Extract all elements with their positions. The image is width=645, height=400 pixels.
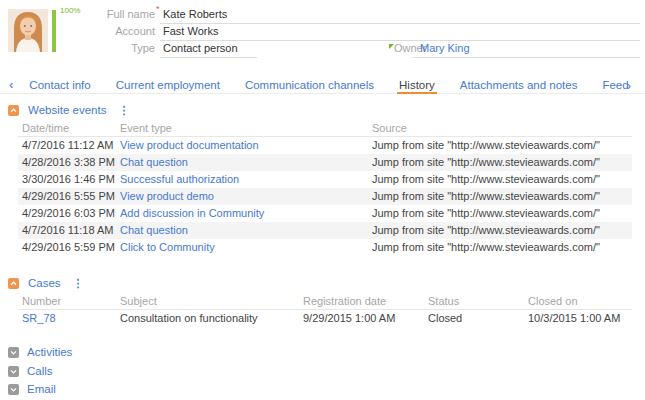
collapse-section-icon[interactable] <box>8 278 19 289</box>
tab-contact-info[interactable]: Contact info <box>27 78 92 93</box>
email-title[interactable]: Email <box>27 383 56 395</box>
section-menu-dots-icon[interactable]: ⋮ <box>73 278 84 289</box>
cell-event-type-link[interactable]: Chat question <box>116 222 368 239</box>
col-header-number[interactable]: Number <box>18 295 116 309</box>
col-header-datetime[interactable]: Date/time <box>18 122 116 136</box>
tab-bar: ‹ Contact info Current employment Commun… <box>0 78 645 94</box>
cases-title[interactable]: Cases <box>28 277 61 289</box>
cell-closed-on: 10/3/2015 1:00 AM <box>524 310 632 327</box>
type-field[interactable]: Contact person <box>163 42 238 54</box>
cell-event-type-link[interactable]: Chat question <box>116 154 368 171</box>
website-events-section-header: Website events ⋮ <box>8 104 129 116</box>
cell-event-type-link[interactable]: View product documentation <box>116 137 368 154</box>
cell-source: Jump from site "http://www.stevieawards.… <box>368 222 632 239</box>
email-section-header[interactable]: Email <box>8 383 56 395</box>
website-events-title[interactable]: Website events <box>28 104 106 116</box>
collapse-section-icon[interactable] <box>8 105 19 116</box>
cell-datetime: 4/29/2016 6:03 PM <box>18 205 116 222</box>
table-row[interactable]: 4/7/2016 11:18 AM Chat question Jump fro… <box>18 222 632 239</box>
type-label: Type <box>35 42 155 54</box>
cases-table: Number Subject Registration date Status … <box>18 295 632 327</box>
required-asterisk: * <box>156 4 160 14</box>
cell-registration-date: 9/29/2015 1:00 AM <box>299 310 424 327</box>
cell-source: Jump from site "http://www.stevieawards.… <box>368 171 632 188</box>
cell-datetime: 4/29/2016 5:55 PM <box>18 188 116 205</box>
tab-history[interactable]: History <box>397 78 437 94</box>
account-field[interactable]: Fast Works <box>163 25 218 37</box>
table-row[interactable]: 4/29/2016 5:59 PM Click to Community Jum… <box>18 239 632 256</box>
activities-title[interactable]: Activities <box>27 346 72 358</box>
table-row[interactable]: 4/29/2016 5:55 PM View product demo Jump… <box>18 188 632 205</box>
cell-event-type-link[interactable]: View product demo <box>116 188 368 205</box>
cell-datetime: 3/30/2016 1:46 PM <box>18 171 116 188</box>
calls-section-header[interactable]: Calls <box>8 365 53 377</box>
cell-source: Jump from site "http://www.stevieawards.… <box>368 205 632 222</box>
cell-status: Closed <box>424 310 524 327</box>
table-row[interactable]: SR_78 Consultation on functionality 9/29… <box>18 310 632 327</box>
col-header-source[interactable]: Source <box>368 122 632 136</box>
website-events-header-row: Date/time Event type Source <box>18 122 632 137</box>
cell-datetime: 4/29/2016 5:59 PM <box>18 239 116 256</box>
col-header-closed-on[interactable]: Closed on <box>524 295 632 309</box>
cell-case-number-link[interactable]: SR_78 <box>18 310 116 327</box>
tab-communication-channels[interactable]: Communication channels <box>243 78 376 93</box>
account-underline <box>160 40 640 41</box>
expand-section-icon[interactable] <box>8 384 19 395</box>
full-name-underline <box>160 23 640 24</box>
cell-source: Jump from site "http://www.stevieawards.… <box>368 154 632 171</box>
cell-datetime: 4/7/2016 11:18 AM <box>18 222 116 239</box>
cell-source: Jump from site "http://www.stevieawards.… <box>368 137 632 154</box>
col-header-subject[interactable]: Subject <box>116 295 299 309</box>
expand-section-icon[interactable] <box>8 347 19 358</box>
cell-source: Jump from site "http://www.stevieawards.… <box>368 239 632 256</box>
calls-title[interactable]: Calls <box>27 365 53 377</box>
table-row[interactable]: 4/7/2016 11:12 AM View product documenta… <box>18 137 632 154</box>
type-underline <box>160 57 257 58</box>
cell-datetime: 4/7/2016 11:12 AM <box>18 137 116 154</box>
table-row[interactable]: 3/30/2016 1:46 PM Successful authorizati… <box>18 171 632 188</box>
table-row[interactable]: 4/29/2016 6:03 PM Add discussion in Comm… <box>18 205 632 222</box>
table-row[interactable]: 4/28/2016 3:38 PM Chat question Jump fro… <box>18 154 632 171</box>
cell-subject: Consultation on functionality <box>116 310 299 327</box>
cell-event-type-link[interactable]: Click to Community <box>116 239 368 256</box>
owner-underline <box>413 57 640 58</box>
website-events-table: Date/time Event type Source 4/7/2016 11:… <box>18 122 632 256</box>
full-name-field[interactable]: Kate Roberts <box>163 8 227 20</box>
activities-section-header[interactable]: Activities <box>8 346 72 358</box>
col-header-registration-date[interactable]: Registration date <box>299 295 424 309</box>
cell-datetime: 4/28/2016 3:38 PM <box>18 154 116 171</box>
cell-event-type-link[interactable]: Add discussion in Community <box>116 205 368 222</box>
tab-current-employment[interactable]: Current employment <box>114 78 222 93</box>
cases-section-header: Cases ⋮ <box>8 277 84 289</box>
owner-field[interactable]: Mary King <box>420 42 470 54</box>
tabs-scroll-right-icon[interactable]: › <box>627 79 631 92</box>
tab-attachments-and-notes[interactable]: Attachments and notes <box>458 78 580 93</box>
full-name-label: Full name <box>35 8 155 20</box>
section-menu-dots-icon[interactable]: ⋮ <box>118 105 129 116</box>
contact-page: 100% Full name * Kate Roberts Account Fa… <box>0 0 645 400</box>
expand-section-icon[interactable] <box>8 366 19 377</box>
account-label: Account <box>35 25 155 37</box>
tabs-scroll-left-icon[interactable]: ‹ <box>9 78 13 93</box>
col-header-status[interactable]: Status <box>424 295 524 309</box>
cases-header-row: Number Subject Registration date Status … <box>18 295 632 310</box>
col-header-event-type[interactable]: Event type <box>116 122 368 136</box>
cell-source: Jump from site "http://www.stevieawards.… <box>368 188 632 205</box>
cell-event-type-link[interactable]: Successful authorization <box>116 171 368 188</box>
